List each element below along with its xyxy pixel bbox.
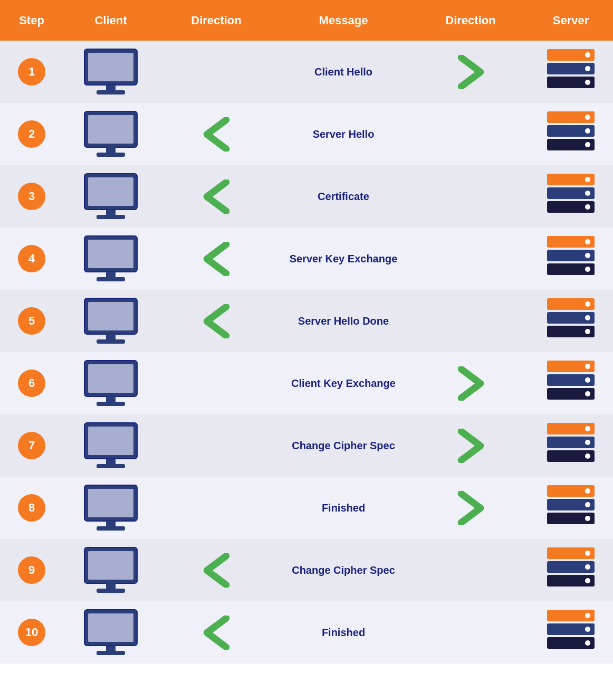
svg-point-97: [585, 627, 590, 632]
message-cell: Change Cipher Spec: [274, 560, 413, 581]
message-cell: Client Key Exchange: [274, 373, 413, 394]
svg-rect-53: [97, 402, 125, 406]
client-direction-cell: [158, 441, 274, 450]
step-cell: 1: [0, 54, 63, 90]
server-direction-cell: [413, 192, 529, 201]
svg-rect-51: [88, 364, 133, 393]
svg-rect-81: [88, 551, 133, 580]
svg-point-37: [585, 253, 590, 258]
header-direction-client: Direction: [158, 10, 274, 32]
message-cell: Server Hello: [274, 124, 413, 145]
svg-point-39: [585, 267, 590, 272]
message-text: Change Cipher Spec: [292, 440, 395, 452]
server-direction-cell: [413, 254, 529, 263]
step-badge: 10: [18, 619, 45, 646]
step-cell: 7: [0, 428, 63, 463]
message-text: Server Key Exchange: [290, 253, 398, 265]
svg-point-85: [585, 551, 590, 556]
svg-point-9: [585, 80, 590, 85]
message-cell: Server Key Exchange: [274, 249, 413, 269]
client-direction-cell: [158, 300, 274, 343]
svg-point-59: [585, 391, 590, 396]
svg-point-15: [585, 115, 590, 120]
server-cell: [529, 355, 613, 411]
svg-point-79: [585, 516, 590, 521]
table-row: 6 Client Key Exchange: [0, 352, 613, 414]
svg-point-25: [585, 177, 590, 182]
client-cell: [63, 542, 158, 598]
message-text: Finished: [322, 627, 365, 639]
message-text: Client Hello: [314, 66, 372, 78]
server-cell: [529, 542, 613, 598]
header-client: Client: [63, 10, 158, 32]
step-cell: 5: [0, 303, 63, 339]
step-badge: 3: [18, 183, 45, 210]
server-cell: [529, 44, 613, 100]
step-cell: 10: [0, 614, 63, 650]
svg-rect-63: [97, 464, 125, 468]
table-header: Step Client Direction Message Direction …: [0, 0, 613, 41]
step-badge: 7: [18, 432, 45, 459]
step-badge: 9: [18, 556, 45, 584]
table-row: 4 Server Key Exchange: [0, 228, 613, 290]
svg-rect-52: [106, 396, 116, 402]
message-cell: Server Hello Done: [274, 311, 413, 332]
svg-rect-91: [88, 613, 133, 642]
step-badge: 1: [18, 58, 45, 86]
message-cell: Client Hello: [274, 62, 413, 82]
message-cell: Finished: [274, 622, 413, 643]
server-cell: [529, 604, 613, 660]
svg-rect-62: [106, 459, 116, 464]
svg-rect-11: [88, 115, 133, 144]
svg-rect-31: [88, 240, 133, 268]
client-cell: [63, 355, 158, 411]
message-cell: Finished: [274, 498, 413, 518]
server-cell: [529, 480, 613, 536]
message-text: Client Key Exchange: [291, 377, 396, 390]
table-body: 1 Client Hello: [0, 41, 613, 664]
svg-point-45: [585, 301, 590, 307]
step-cell: 4: [0, 241, 63, 277]
server-cell: [529, 293, 613, 349]
svg-point-99: [585, 640, 590, 646]
svg-point-29: [585, 204, 590, 210]
svg-point-69: [585, 453, 590, 459]
message-text: Certificate: [318, 191, 369, 203]
server-cell: [529, 106, 613, 162]
step-cell: 2: [0, 116, 63, 152]
message-cell: Change Cipher Spec: [274, 436, 413, 456]
header-step: Step: [0, 10, 63, 32]
svg-rect-61: [88, 427, 133, 455]
svg-rect-32: [106, 272, 116, 277]
svg-rect-1: [88, 53, 133, 81]
server-direction-cell: [413, 362, 529, 405]
svg-rect-12: [106, 147, 116, 153]
svg-rect-42: [106, 334, 116, 339]
svg-point-47: [585, 315, 590, 320]
client-direction-cell: [158, 68, 274, 76]
table-row: 7 Change Cipher Spec: [0, 414, 613, 477]
svg-point-57: [585, 377, 590, 383]
svg-rect-83: [97, 589, 125, 593]
svg-rect-92: [106, 646, 116, 651]
svg-rect-3: [97, 90, 125, 94]
svg-rect-13: [97, 153, 125, 157]
client-cell: [63, 418, 158, 474]
message-text: Finished: [322, 502, 365, 514]
client-direction-cell: [158, 379, 274, 387]
svg-rect-23: [97, 215, 125, 219]
svg-rect-33: [97, 277, 125, 281]
server-cell: [529, 418, 613, 474]
client-direction-cell: [158, 238, 274, 280]
client-cell: [63, 44, 158, 100]
client-direction-cell: [158, 504, 274, 512]
table-row: 10 Finished: [0, 601, 613, 664]
svg-point-89: [585, 578, 590, 583]
client-cell: [63, 106, 158, 162]
client-cell: [63, 168, 158, 224]
client-cell: [63, 604, 158, 660]
server-direction-cell: [413, 51, 529, 93]
svg-point-75: [585, 488, 590, 494]
message-text: Server Hello Done: [298, 315, 389, 327]
tls-handshake-table: Step Client Direction Message Direction …: [0, 0, 613, 664]
